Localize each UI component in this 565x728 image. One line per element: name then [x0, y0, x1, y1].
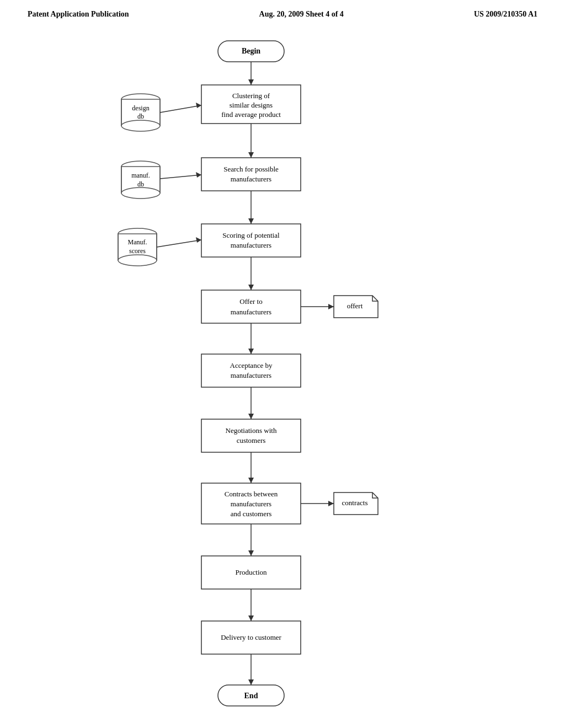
svg-marker-41 [196, 237, 201, 243]
svg-text:Begin: Begin [242, 47, 260, 55]
svg-marker-83 [248, 679, 254, 685]
svg-marker-71 [328, 501, 334, 506]
svg-text:db: db [137, 180, 144, 188]
svg-marker-32 [248, 218, 254, 224]
svg-text:db: db [137, 113, 144, 120]
svg-marker-60 [248, 414, 254, 419]
svg-marker-3 [248, 79, 254, 85]
flowchart-svg: Begin design db Clustering of similar de… [76, 35, 489, 728]
page-header: Patent Application Publication Aug. 20, … [0, 0, 565, 24]
svg-marker-79 [248, 615, 254, 621]
svg-text:design: design [132, 104, 149, 112]
svg-text:scores: scores [129, 247, 146, 255]
header-middle: Aug. 20, 2009 Sheet 4 of 4 [259, 10, 344, 19]
svg-text:manufacturers: manufacturers [231, 175, 271, 183]
svg-rect-28 [201, 158, 301, 191]
svg-text:manufacturers: manufacturers [231, 241, 271, 249]
svg-text:offert: offert [347, 302, 363, 310]
svg-line-11 [160, 105, 201, 113]
svg-text:Clustering of: Clustering of [232, 92, 270, 100]
svg-text:Acceptance by: Acceptance by [230, 361, 273, 370]
svg-text:and customers: and customers [231, 510, 272, 518]
svg-text:Offer to: Offer to [239, 297, 262, 306]
svg-rect-42 [201, 224, 301, 257]
svg-point-8 [121, 120, 160, 131]
svg-marker-46 [248, 285, 254, 290]
svg-text:Contracts between: Contracts between [225, 490, 278, 498]
diagram-wrapper: Begin design db Clustering of similar de… [76, 35, 489, 728]
svg-text:find average product: find average product [221, 110, 281, 119]
header-right: US 2009/210350 A1 [474, 10, 537, 19]
svg-marker-27 [196, 172, 201, 178]
svg-text:End: End [244, 692, 258, 700]
svg-point-23 [121, 188, 160, 199]
svg-marker-12 [196, 103, 201, 108]
svg-rect-56 [201, 354, 301, 387]
svg-point-37 [118, 255, 157, 266]
svg-line-40 [157, 240, 201, 247]
svg-text:Search for possible: Search for possible [223, 165, 279, 173]
svg-marker-55 [248, 349, 254, 354]
svg-marker-75 [248, 550, 254, 556]
svg-rect-47 [201, 290, 301, 323]
svg-text:Production: Production [235, 568, 267, 576]
svg-marker-51 [328, 304, 334, 309]
svg-text:Manuf.: Manuf. [128, 238, 147, 246]
svg-text:manufacturers: manufacturers [231, 308, 271, 316]
svg-text:manufacturers: manufacturers [231, 500, 271, 508]
svg-marker-65 [248, 478, 254, 483]
svg-line-26 [160, 175, 201, 179]
svg-text:Delivery to customer: Delivery to customer [221, 633, 281, 641]
svg-text:Scoring of potential: Scoring of potential [222, 231, 280, 239]
svg-text:similar designs: similar designs [230, 101, 273, 109]
svg-text:manuf.: manuf. [131, 172, 150, 179]
svg-text:customers: customers [237, 436, 266, 445]
svg-text:contracts: contracts [342, 499, 368, 507]
svg-text:Negotiations with: Negotiations with [226, 426, 277, 435]
svg-marker-18 [248, 152, 254, 158]
svg-rect-61 [201, 419, 301, 452]
header-left: Patent Application Publication [28, 10, 129, 19]
svg-text:manufacturers: manufacturers [231, 371, 271, 379]
